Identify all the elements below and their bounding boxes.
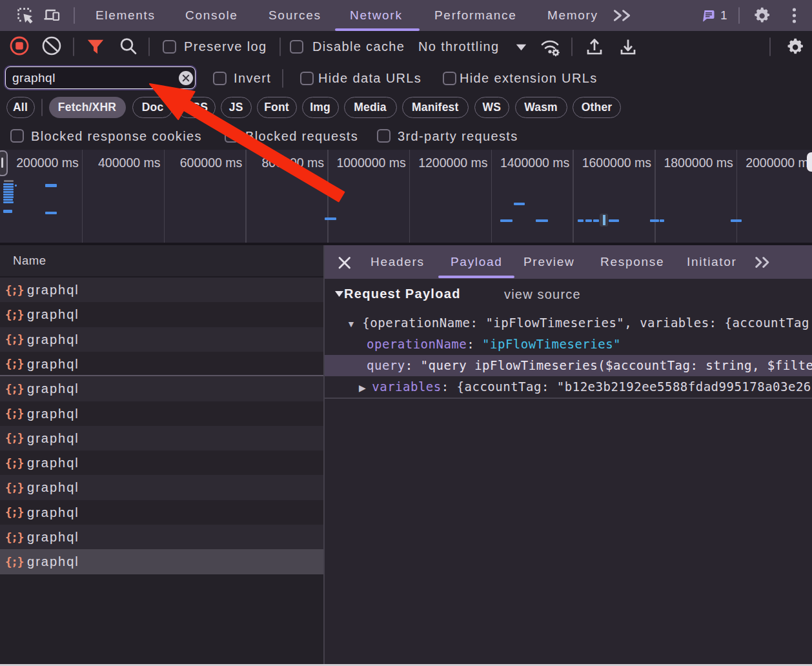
settings-gear-icon[interactable] <box>752 6 771 25</box>
chip-all[interactable]: All <box>6 97 35 118</box>
separator <box>279 37 281 56</box>
payload-row-variables[interactable]: ▶variables: {accountTag: "b12e3b2192ee55… <box>325 376 812 398</box>
blocked-response-cookies-label[interactable]: Blocked response cookies <box>31 123 202 150</box>
timeline-gridline <box>573 150 574 243</box>
tab-performance[interactable]: Performance <box>434 0 516 31</box>
chip-manifest[interactable]: Manifest <box>402 97 469 118</box>
device-toolbar-icon[interactable] <box>44 8 60 23</box>
search-icon[interactable] <box>119 37 138 56</box>
expand-caret-icon[interactable]: ▶ <box>359 383 366 393</box>
payload-key: query <box>367 358 405 372</box>
request-row[interactable]: {;}graphql <box>0 401 323 427</box>
request-row[interactable]: {;}graphql <box>0 475 323 500</box>
clear-filter-icon[interactable] <box>178 70 194 86</box>
overview-left-grip[interactable] <box>0 150 8 176</box>
filter-input[interactable]: graphql <box>5 66 196 89</box>
request-row[interactable]: {;}graphql <box>0 500 323 525</box>
tab-memory[interactable]: Memory <box>547 0 598 31</box>
chip-font[interactable]: Font <box>257 97 297 118</box>
network-settings-gear-icon[interactable] <box>785 37 805 57</box>
filter-input-value: graphql <box>12 71 56 85</box>
overview-right-grip[interactable] <box>807 152 812 172</box>
record-network-log-icon[interactable] <box>10 36 29 56</box>
section-expand-caret-icon[interactable] <box>334 289 344 299</box>
tab-sources[interactable]: Sources <box>269 0 321 31</box>
request-row[interactable]: {;}graphql <box>0 549 323 574</box>
chip-img[interactable]: Img <box>302 97 339 118</box>
tab-elements[interactable]: Elements <box>96 0 156 31</box>
view-source-link[interactable]: view source <box>504 287 581 302</box>
kebab-menu-icon[interactable] <box>790 7 798 24</box>
hide-data-urls-checkbox[interactable] <box>300 72 314 85</box>
chip-js[interactable]: JS <box>221 97 252 118</box>
dropdown-caret-icon[interactable] <box>516 44 527 51</box>
hide-data-urls-label[interactable]: Hide data URLs <box>318 63 421 94</box>
request-row[interactable]: {;}graphql <box>0 450 323 476</box>
network-overview-timeline[interactable]: 200000 ms400000 ms600000 ms800000 ms1000… <box>0 150 812 243</box>
request-row[interactable]: {;}graphql <box>0 426 323 451</box>
details-tab-headers[interactable]: Headers <box>370 245 425 279</box>
blocked-response-cookies-checkbox[interactable] <box>10 129 24 143</box>
blocked-requests-label[interactable]: Blocked requests <box>245 123 358 150</box>
chip-media[interactable]: Media <box>344 97 397 118</box>
inspect-element-icon[interactable] <box>17 8 34 25</box>
blocked-requests-checkbox[interactable] <box>225 129 238 143</box>
navigation-divider-line <box>0 375 323 376</box>
issues-count[interactable]: 1 <box>720 0 728 31</box>
braces-icon: {;} <box>5 481 23 494</box>
details-tab-response[interactable]: Response <box>600 245 664 279</box>
issues-bubble-icon[interactable] <box>703 10 715 22</box>
payload-row-query[interactable]: query: "query ipFlowTimeseries($accountT… <box>325 355 812 376</box>
timeline-gridline <box>491 150 492 243</box>
request-row[interactable]: {;}graphql <box>0 525 323 550</box>
disable-cache-checkbox[interactable] <box>290 40 303 54</box>
filter-funnel-icon[interactable] <box>87 39 104 54</box>
details-tab-payload[interactable]: Payload <box>451 245 503 279</box>
chip-ws[interactable]: WS <box>474 97 509 118</box>
details-tab-preview[interactable]: Preview <box>523 245 574 279</box>
timeline-gridline <box>736 150 738 243</box>
clear-network-log-icon[interactable] <box>42 36 61 56</box>
request-row[interactable]: {;}graphql <box>0 352 323 377</box>
chip-doc[interactable]: Doc <box>132 97 173 118</box>
request-row[interactable]: {;}graphql <box>0 376 323 401</box>
tab-console[interactable]: Console <box>185 0 238 31</box>
more-panels-icon[interactable] <box>613 10 631 21</box>
timeline-request-bar <box>15 185 17 187</box>
payload-row-operationname[interactable]: operationName: "ipFlowTimeseries" <box>325 334 812 355</box>
3rd-party-requests-label[interactable]: 3rd-party requests <box>398 123 518 150</box>
throttling-select[interactable]: No throttling <box>418 31 499 63</box>
export-har-icon[interactable] <box>618 37 638 57</box>
payload-preview-row[interactable]: ▼{operationName: "ipFlowTimeseries", var… <box>325 312 812 334</box>
separator <box>73 37 74 56</box>
timeline-request-bar <box>3 196 14 199</box>
request-row[interactable]: {;}graphql <box>0 327 323 352</box>
hide-extension-urls-checkbox[interactable] <box>443 72 456 85</box>
chip-other[interactable]: Other <box>573 97 621 118</box>
details-tab-initiator[interactable]: Initiator <box>687 245 737 279</box>
network-conditions-icon[interactable] <box>540 37 562 57</box>
name-column-header[interactable]: Name <box>0 245 323 278</box>
hide-extension-urls-label[interactable]: Hide extension URLs <box>460 63 598 94</box>
preserve-log-label[interactable]: Preserve log <box>184 31 267 63</box>
timeline-tick-label: 400000 ms <box>98 156 160 170</box>
tab-network[interactable]: Network <box>350 0 403 31</box>
disable-cache-label[interactable]: Disable cache <box>312 31 405 63</box>
section-border <box>325 398 812 399</box>
timeline-request-bar <box>514 203 525 206</box>
request-row[interactable]: {;}graphql <box>0 278 323 303</box>
request-row[interactable]: {;}graphql <box>0 302 323 327</box>
expand-caret-icon[interactable]: ▼ <box>347 319 356 329</box>
more-details-tabs-icon[interactable] <box>755 257 773 268</box>
preserve-log-checkbox[interactable] <box>163 40 176 54</box>
close-details-icon[interactable] <box>337 255 352 270</box>
import-har-icon[interactable] <box>584 37 605 57</box>
chip-css[interactable]: CSS <box>177 97 216 118</box>
requests-table: Name {;}graphql{;}graphql{;}graphql{;}gr… <box>0 245 323 666</box>
chip-wasm[interactable]: Wasm <box>515 97 567 118</box>
3rd-party-requests-checkbox[interactable] <box>377 129 391 143</box>
invert-checkbox[interactable] <box>213 72 227 85</box>
timeline-tick-label: 800000 ms <box>262 156 324 170</box>
invert-label[interactable]: Invert <box>234 63 271 94</box>
chip-fetch-xhr[interactable]: Fetch/XHR <box>49 97 126 118</box>
